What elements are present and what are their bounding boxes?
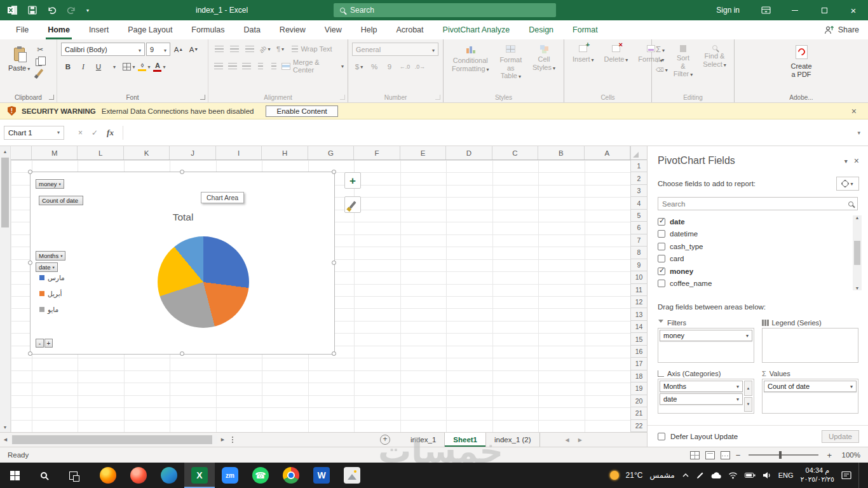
zoom-out-button[interactable]: − (736, 451, 741, 460)
battery-icon[interactable] (745, 472, 756, 478)
zoom-slider-thumb[interactable] (779, 451, 782, 459)
share-button[interactable]: Share (824, 20, 859, 39)
chart-axis-field-button-date[interactable]: date (36, 262, 58, 272)
row-header-10[interactable]: 10 (631, 271, 647, 283)
decrease-font-icon[interactable]: A▼ (187, 43, 201, 56)
pane-options-caret-icon[interactable]: ▾ (838, 158, 854, 165)
enable-content-button[interactable]: Enable Content (266, 105, 337, 117)
column-header-a[interactable]: A (585, 146, 630, 159)
decrease-decimal-button[interactable]: .0→ (413, 60, 427, 73)
cancel-formula-icon[interactable]: × (78, 128, 83, 137)
fill-color-button[interactable]: ◊ (137, 60, 151, 73)
field-checkbox-coffee_name[interactable] (658, 280, 665, 287)
language-indicator[interactable]: ENG (778, 471, 794, 479)
increase-indent-icon[interactable] (268, 60, 281, 72)
filters-dropzone[interactable]: money (658, 328, 754, 363)
vertical-scrollbar[interactable]: ▲ ▼ (0, 146, 11, 432)
expand-field-button[interactable]: + (44, 339, 53, 348)
text-direction-button[interactable]: ¶ (273, 43, 287, 55)
font-color-button[interactable]: A (153, 60, 166, 73)
accounting-format-button[interactable]: $ (352, 60, 366, 73)
field-list-scroll-thumb[interactable] (854, 241, 860, 265)
ribbon-tab-insert[interactable]: Insert (79, 20, 118, 39)
weather-temperature[interactable]: 21°C (626, 471, 643, 480)
format-as-table-button[interactable]: Format as Table (495, 43, 527, 83)
field-checkbox-datetime[interactable] (658, 230, 665, 238)
ribbon-tab-view[interactable]: View (315, 20, 351, 39)
row-header-5[interactable]: 5 (631, 210, 647, 222)
chart-axis-field-button-months[interactable]: Months (36, 251, 65, 261)
ribbon-tab-design[interactable]: Design (519, 20, 563, 39)
ribbon-tab-review[interactable]: Review (270, 20, 315, 39)
increase-decimal-button[interactable]: ←.0 (398, 60, 412, 73)
column-header-e[interactable]: E (400, 146, 446, 159)
clear-icon[interactable]: ⌫ (656, 67, 668, 73)
chart-selection-handle[interactable] (332, 261, 336, 265)
ribbon-display-options-button[interactable] (751, 0, 780, 20)
row-header-14[interactable]: 14 (631, 321, 647, 333)
autosum-icon[interactable]: Σ (656, 44, 668, 54)
chart-selection-handle[interactable] (180, 170, 184, 174)
column-header-d[interactable]: D (446, 146, 492, 159)
chart-elements-button[interactable]: + (344, 172, 361, 189)
insert-cells-button[interactable]: Insert (568, 43, 599, 65)
scroll-up-icon[interactable]: ▲ (0, 146, 10, 156)
ribbon-tab-pivotchart-analyze[interactable]: PivotChart Analyze (433, 20, 520, 39)
page-break-view-button[interactable] (721, 451, 730, 459)
row-header-1[interactable]: 1 (631, 160, 647, 172)
show-hidden-icons-chevron[interactable] (682, 473, 689, 478)
merge-center-button[interactable]: Merge & Center (281, 60, 344, 72)
alignment-dialog-launcher-icon[interactable] (340, 95, 345, 100)
chart-selection-handle[interactable] (332, 351, 336, 356)
row-header-11[interactable]: 11 (631, 284, 647, 296)
zoom-slider[interactable] (749, 454, 818, 456)
wrap-text-button[interactable]: Wrap Text (288, 43, 336, 55)
action-center-icon[interactable] (841, 471, 851, 480)
ribbon-tab-file[interactable]: File (6, 20, 38, 39)
ribbon-tab-data[interactable]: Data (234, 20, 269, 39)
column-header-m[interactable]: M (32, 146, 78, 159)
italic-button[interactable]: I (76, 60, 90, 73)
row-header-13[interactable]: 13 (631, 308, 647, 320)
underline-caret-icon[interactable] (107, 60, 121, 73)
row-header-15[interactable]: 15 (631, 333, 647, 345)
insert-function-button[interactable]: fx (107, 128, 114, 138)
row-header-12[interactable]: 12 (631, 296, 647, 308)
conditional-formatting-button[interactable]: Conditional Formatting (447, 43, 494, 75)
sort-filter-button[interactable]: Sort & Filter (669, 43, 697, 81)
field-checkbox-card[interactable] (658, 255, 665, 262)
horizontal-scrollbar[interactable] (11, 435, 217, 444)
font-dialog-launcher-icon[interactable] (200, 95, 205, 100)
enter-formula-icon[interactable]: ✓ (92, 128, 98, 137)
name-box[interactable]: Chart 1 ▾ (4, 126, 64, 140)
taskbar-app-excel[interactable]: X (184, 463, 215, 488)
pen-icon[interactable] (696, 471, 704, 479)
start-button[interactable] (0, 463, 29, 488)
align-center-icon[interactable] (226, 60, 239, 72)
pane-close-icon[interactable]: × (854, 156, 859, 166)
row-header-6[interactable]: 6 (631, 222, 647, 234)
search-box[interactable]: Search (334, 3, 556, 17)
chart-selection-handle[interactable] (180, 351, 184, 356)
sheet-tab-sheet1[interactable]: Sheet1 (445, 433, 486, 447)
vertical-scroll-thumb[interactable] (1, 158, 9, 227)
chart-selection-handle[interactable] (332, 170, 336, 174)
format-painter-icon[interactable] (37, 69, 43, 76)
scroll-down-icon[interactable]: ▼ (0, 422, 10, 432)
row-header-16[interactable]: 16 (631, 346, 647, 358)
ribbon-tab-help[interactable]: Help (351, 20, 387, 39)
undo-icon[interactable] (47, 6, 57, 15)
bold-button[interactable]: B (61, 60, 75, 73)
column-header-f[interactable]: F (354, 146, 400, 159)
comma-style-button[interactable]: 9 (383, 60, 397, 73)
underline-button[interactable]: U (92, 60, 105, 73)
tab-nav-left-icon[interactable]: ◀ (566, 437, 569, 443)
taskbar-clock[interactable]: 04:34 م ٢٠٢٥/٠٢/٢٥ (801, 466, 834, 484)
add-sheet-button[interactable]: + (376, 433, 395, 447)
pie-chart[interactable] (158, 236, 249, 328)
field-row-datetime[interactable]: datetime (658, 228, 858, 241)
font-size-combo[interactable]: 9 (146, 43, 170, 56)
column-header-j[interactable]: J (170, 146, 215, 159)
redo-icon[interactable] (67, 6, 76, 15)
normal-view-button[interactable] (690, 451, 700, 459)
